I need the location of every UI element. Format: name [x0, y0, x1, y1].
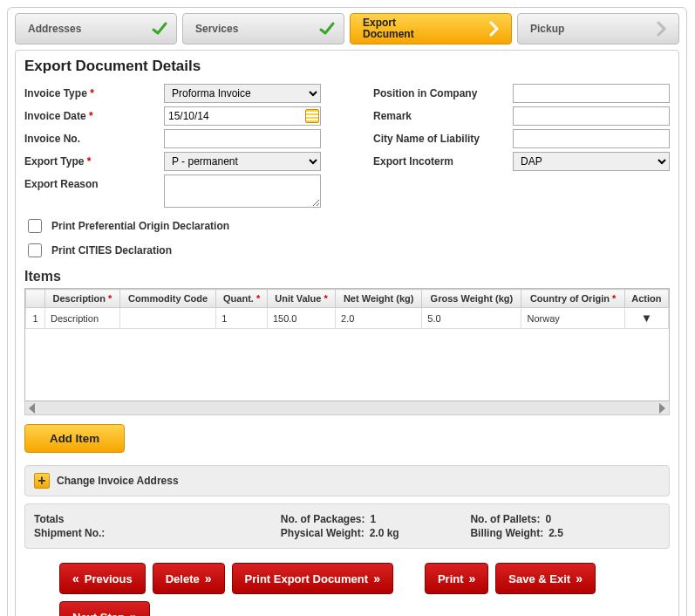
col-country: Country of Origin *	[521, 290, 624, 308]
items-heading: Items	[24, 269, 670, 284]
chevron-right-icon: »	[576, 572, 583, 585]
step-label: Export Document	[363, 17, 433, 40]
label-city-of-liability: City Name of Liability	[373, 133, 513, 145]
export-incoterm-select[interactable]: DAP	[513, 152, 670, 171]
print-pref-origin-checkbox[interactable]	[28, 219, 42, 233]
remark-input[interactable]	[513, 106, 670, 126]
export-document-panel: Addresses Services Export Document Picku…	[7, 7, 687, 616]
col-net-weight: Net Weight (kg)	[336, 290, 422, 308]
chevron-right-icon	[652, 19, 671, 38]
totals-panel: Totals No. of Packages:1 No. of Pallets:…	[24, 503, 670, 549]
cell-num: 1	[26, 308, 45, 329]
col-num	[26, 290, 45, 308]
chevron-right-icon	[485, 19, 504, 38]
add-item-button[interactable]: Add Item	[24, 424, 125, 453]
chevron-left-icon: «	[72, 572, 79, 585]
next-step-button[interactable]: Next Step»	[59, 601, 150, 616]
position-in-company-input[interactable]	[513, 84, 670, 103]
row-action-menu[interactable]: ▼	[624, 308, 668, 329]
print-button[interactable]: Print»	[425, 563, 488, 594]
chevron-right-icon: »	[373, 572, 380, 585]
city-of-liability-input[interactable]	[513, 129, 670, 148]
invoice-date-input[interactable]	[164, 106, 321, 126]
label-position-in-company: Position in Company	[373, 87, 513, 99]
col-quant: Quant. *	[216, 290, 268, 308]
label-invoice-date: Invoice Date *	[24, 110, 164, 122]
col-unit-value: Unit Value *	[267, 290, 335, 308]
label-export-type: Export Type *	[24, 155, 164, 168]
export-type-select[interactable]: P - permanent	[164, 152, 321, 171]
print-cities-label: Print CITIES Declaration	[51, 244, 172, 257]
step-label: Services	[195, 23, 238, 35]
delete-button[interactable]: Delete»	[153, 563, 225, 594]
export-reason-textarea[interactable]	[164, 175, 321, 208]
chevron-right-icon: »	[130, 610, 137, 616]
main-panel: Export Document Details Invoice Type * P…	[15, 50, 679, 616]
change-invoice-address-label: Change Invoice Address	[57, 475, 179, 487]
button-bar: «Previous Delete» Print Export Document»…	[24, 563, 670, 616]
cell-description[interactable]: Description	[45, 308, 120, 329]
chevron-right-icon: »	[205, 572, 212, 585]
cell-commodity[interactable]	[119, 308, 216, 329]
form-col-left: Invoice Type * Proforma Invoice Invoice …	[24, 80, 321, 211]
label-invoice-type: Invoice Type *	[24, 87, 164, 99]
step-addresses[interactable]: Addresses	[15, 13, 177, 44]
col-commodity: Commodity Code	[119, 290, 216, 308]
step-label: Addresses	[28, 23, 81, 35]
cell-country[interactable]: Norway	[521, 308, 624, 329]
previous-button[interactable]: «Previous	[59, 563, 146, 594]
wizard-steps: Addresses Services Export Document Picku…	[15, 13, 679, 44]
invoice-no-input[interactable]	[164, 129, 321, 148]
col-action: Action	[624, 290, 668, 308]
plus-icon: +	[34, 473, 50, 489]
horizontal-scrollbar[interactable]	[24, 401, 670, 415]
print-export-document-button[interactable]: Print Export Document»	[232, 563, 393, 594]
table-row[interactable]: 1 Description 1 150.0 2.0 5.0 Norway ▼	[26, 308, 669, 329]
check-icon	[150, 19, 169, 38]
print-cities-checkbox[interactable]	[28, 243, 42, 257]
items-grid: Description * Commodity Code Quant. * Un…	[24, 288, 670, 401]
change-invoice-address-accordion: + Change Invoice Address	[24, 465, 670, 496]
form-col-right: Position in Company Remark City Name of …	[373, 80, 670, 211]
form-grid: Invoice Type * Proforma Invoice Invoice …	[24, 80, 670, 211]
step-label: Pickup	[530, 23, 564, 35]
cell-gross-weight[interactable]: 5.0	[422, 308, 521, 329]
label-export-incoterm: Export Incoterm	[373, 155, 513, 168]
cell-unit-value[interactable]: 150.0	[267, 308, 335, 329]
col-gross-weight: Gross Weight (kg)	[422, 290, 521, 308]
print-pref-origin-label: Print Preferential Origin Declaration	[51, 220, 229, 232]
step-export-document[interactable]: Export Document	[350, 13, 512, 44]
label-remark: Remark	[373, 110, 513, 122]
save-exit-button[interactable]: Save & Exit»	[495, 563, 596, 594]
grid-header-row: Description * Commodity Code Quant. * Un…	[26, 290, 669, 308]
cell-quant[interactable]: 1	[216, 308, 268, 329]
label-export-reason: Export Reason	[24, 175, 164, 190]
chevron-right-icon: »	[469, 572, 476, 585]
col-description: Description *	[45, 290, 120, 308]
change-invoice-address-toggle[interactable]: + Change Invoice Address	[25, 466, 669, 496]
calendar-icon[interactable]	[305, 109, 319, 123]
cell-net-weight[interactable]: 2.0	[336, 308, 422, 329]
totals-label: Totals	[34, 513, 281, 525]
step-services[interactable]: Services	[182, 13, 344, 44]
check-icon	[317, 19, 337, 38]
label-invoice-no: Invoice No.	[24, 133, 164, 145]
section-title: Export Document Details	[24, 58, 670, 75]
invoice-type-select[interactable]: Proforma Invoice	[164, 84, 321, 103]
step-pickup[interactable]: Pickup	[517, 13, 679, 44]
